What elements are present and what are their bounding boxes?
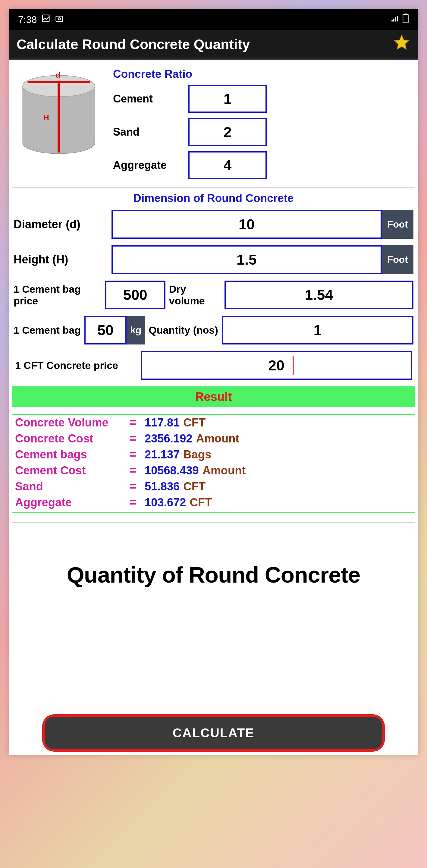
divider [12,187,415,187]
picture-icon [41,14,50,25]
result-volume-row: Concrete Volume= 117.81CFT [12,415,415,431]
app-screen: 7:38 Calculate Round Concrete Quantity [9,9,418,755]
svg-rect-0 [42,15,50,22]
calculate-button[interactable]: CALCULATE [42,714,385,752]
diameter-input[interactable] [112,210,382,239]
result-aggregate-row: Aggregate= 103.672CFT [12,495,415,510]
svg-rect-6 [397,16,398,22]
dry-volume-input[interactable] [224,281,414,309]
dimension-title: Dimension of Round Concrete [12,192,415,205]
status-bar: 7:38 [9,9,418,30]
diameter-label: Diameter (d) [13,218,112,231]
divider [12,522,415,523]
svg-rect-4 [393,19,394,22]
cylinder-diagram: d H [17,68,104,184]
signal-icon [391,14,399,25]
result-cement-cost-row: Cement Cost= 10568.439Amount [12,463,415,478]
text-cursor [293,355,294,375]
dry-volume-label: Dry volume [169,283,221,307]
diameter-unit-selector[interactable]: Foot [382,210,414,239]
height-label: Height (H) [13,253,112,266]
result-sand-row: Sand= 51.836CFT [12,478,415,495]
camera-icon [55,14,64,25]
quantity-input[interactable] [222,316,414,344]
cft-price-label: 1 CFT Concrete price [15,360,137,371]
height-input[interactable] [112,245,382,274]
bag-weight-label: 1 Cement bag [13,324,81,336]
sand-label: Sand [113,126,188,138]
cft-price-input[interactable] [141,351,412,380]
bag-price-label: 1 Cement bag price [13,283,101,307]
cement-input[interactable] [188,85,267,113]
aggregate-input[interactable] [188,151,267,179]
app-bar: Calculate Round Concrete Quantity [9,30,418,60]
ratio-title: Concrete Ratio [113,68,410,81]
sand-input[interactable] [188,118,267,146]
svg-rect-3 [391,20,393,22]
svg-rect-1 [56,16,63,22]
height-unit-selector[interactable]: Foot [382,245,414,274]
svg-text:H: H [44,113,49,122]
page-subtitle: Quantity of Round Concrete [12,562,415,588]
content-area: d H Concrete Ratio Cement Sand Aggregate [9,60,418,755]
quantity-label: Quantity (nos) [149,324,218,336]
app-title: Calculate Round Concrete Quantity [17,36,250,53]
battery-icon [402,13,409,26]
kg-unit-badge[interactable]: kg [127,316,145,344]
result-cost-row: Concrete Cost= 2356.192Amount [12,431,415,447]
bag-price-input[interactable] [105,281,165,309]
result-header: Result [12,386,415,407]
svg-point-2 [58,18,61,20]
status-time: 7:38 [18,14,37,25]
bag-weight-input[interactable] [84,316,127,344]
cement-label: Cement [113,93,188,105]
green-divider [12,512,415,513]
favorite-star-icon[interactable] [393,34,410,55]
svg-text:d: d [56,71,60,79]
svg-rect-5 [395,17,396,22]
aggregate-label: Aggregate [113,159,188,172]
result-bags-row: Cement bags= 21.137Bags [12,447,415,463]
